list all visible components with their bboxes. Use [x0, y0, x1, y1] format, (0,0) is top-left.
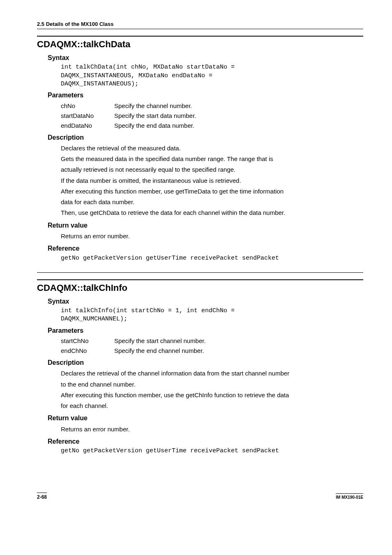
desc-line: If the data number is omitted, the insta…	[61, 175, 363, 186]
page-number: 2-68	[37, 493, 47, 501]
param-row: endDataNo Specify the end data number.	[61, 121, 363, 131]
section-header: 2.5 Details of the MX100 Class	[37, 21, 363, 29]
reference-code: getNo getPacketVersion getUserTime recei…	[61, 447, 363, 455]
param-desc: Specify the end data number.	[114, 121, 194, 131]
description-text: Declares the retrieval of the channel in…	[61, 368, 363, 411]
desc-line: After executing this function member, us…	[61, 390, 363, 401]
function-title-2: CDAQMX::talkChInfo	[37, 279, 363, 295]
syntax-heading: Syntax	[48, 53, 363, 62]
desc-line: to the end channel number.	[61, 379, 363, 390]
description-text: Declares the retrieval of the measured d…	[61, 143, 363, 219]
param-name: startDataNo	[61, 111, 114, 121]
desc-line: actually retrieved is not necessarily eq…	[61, 164, 363, 175]
parameters-heading: Parameters	[48, 91, 363, 100]
document-id: IM MX190-01E	[336, 493, 363, 500]
param-name: endChNo	[61, 346, 114, 356]
reference-heading: Reference	[48, 244, 363, 253]
desc-line: data for each data number.	[61, 197, 363, 207]
parameters-heading: Parameters	[48, 326, 363, 335]
param-desc: Specify the end channel number.	[114, 346, 204, 356]
desc-line: for each channel.	[61, 401, 363, 411]
return-value-text: Returns an error number.	[61, 424, 363, 435]
param-desc: Specify the start data number.	[114, 111, 196, 121]
param-row: startDataNo Specify the start data numbe…	[61, 111, 363, 121]
param-name: endDataNo	[61, 121, 114, 131]
param-row: chNo Specify the channel number.	[61, 101, 363, 111]
param-row: endChNo Specify the end channel number.	[61, 346, 363, 356]
description-heading: Description	[48, 358, 363, 367]
desc-line: Then, use getChData to retrieve the data…	[61, 207, 363, 218]
desc-line: After executing this function member, us…	[61, 186, 363, 197]
function-title-1: CDAQMX::talkChData	[37, 36, 363, 51]
description-heading: Description	[48, 133, 363, 142]
desc-line: Declares the retrieval of the channel in…	[61, 368, 363, 379]
param-name: chNo	[61, 101, 114, 111]
desc-line: Declares the retrieval of the measured d…	[61, 143, 363, 154]
syntax-code: int talkChInfo(int startChNo = 1, int en…	[61, 307, 363, 324]
param-desc: Specify the start channel number.	[114, 336, 206, 346]
divider	[37, 272, 363, 273]
syntax-code: int talkChData(int chNo, MXDataNo startD…	[61, 63, 363, 88]
syntax-heading: Syntax	[48, 297, 363, 306]
param-row: startChNo Specify the start channel numb…	[61, 336, 363, 346]
reference-code: getNo getPacketVersion getUserTime recei…	[61, 254, 363, 263]
return-value-heading: Return value	[48, 221, 363, 230]
return-value-heading: Return value	[48, 414, 363, 423]
param-name: startChNo	[61, 336, 114, 346]
reference-heading: Reference	[48, 437, 363, 446]
footer: 2-68 IM MX190-01E	[37, 493, 363, 501]
param-desc: Specify the channel number.	[114, 101, 192, 111]
return-value-text: Returns an error number.	[61, 231, 363, 242]
desc-line: Gets the measured data in the specified …	[61, 154, 363, 164]
